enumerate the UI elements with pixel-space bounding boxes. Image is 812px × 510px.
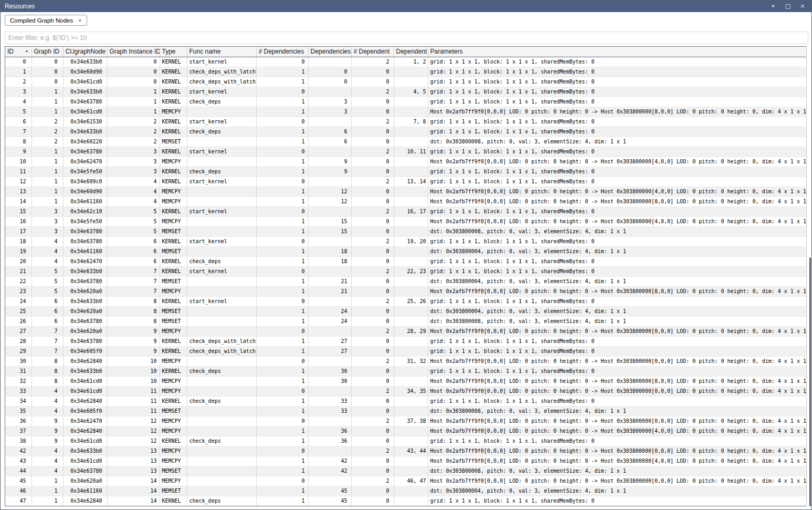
table-row[interactable]: 310x34e633b01KERNELstart_kernel024, 5gri…: [5, 87, 806, 97]
cell-num-dependencies: 0: [256, 386, 308, 396]
table-row[interactable]: 4440x34e6378013MEMSET1420dst: 0x30380000…: [5, 466, 806, 476]
cell-id: 12: [5, 176, 31, 186]
cell-cugraphnode: 0x34e62840: [63, 396, 107, 406]
table-row[interactable]: 2870x34e637809KERNELcheck_deps_with_latc…: [5, 336, 806, 346]
column-header-func-name[interactable]: Func name: [187, 47, 256, 57]
column-header-graph-instance-id[interactable]: Graph Instance ID: [107, 47, 160, 57]
cell-cugraphnode: 0x34e633b0: [63, 87, 107, 97]
table-row[interactable]: 1730x34e637805MEMSET1150dst: 0x303800008…: [5, 226, 806, 236]
cell-parameters: grid: 1 x 1 x 1, block: 1 x 1 x 1, share…: [428, 77, 806, 87]
table-row[interactable]: 620x34e615302KERNELstart_kernel027, 8gri…: [5, 117, 806, 127]
table-row[interactable]: 2660x34e637808MEMSET1240dst: 0x303800008…: [5, 316, 806, 326]
cell-id: 36: [5, 416, 31, 426]
table-row[interactable]: 3180x34e633b010KERNELcheck_deps1300grid:…: [5, 366, 806, 376]
table-row[interactable]: 4340x34e61cd013MEMCPY1420Host 0x2afb7ff9…: [5, 456, 806, 466]
cell-num-dependencies: 1: [256, 436, 308, 446]
maximize-icon[interactable]: [784, 3, 792, 10]
table-row[interactable]: 4510x34e620a014MEMCPY0246, 47Host 0x2afb…: [5, 476, 806, 486]
cell-id: 4: [5, 97, 31, 107]
table-row[interactable]: 910x34e637803KERNELstart_kernel0210, 11g…: [5, 147, 806, 157]
cell-num-dependencies: 0: [256, 206, 308, 216]
cell-dependent: 34, 35: [394, 386, 428, 396]
table-row[interactable]: 3340x34e61cd011MEMCPY0234, 35Host 0x2afb…: [5, 386, 806, 396]
cell-type: MEMSET: [160, 226, 187, 236]
cell-graph-id: 2: [31, 127, 63, 137]
cell-func-name: check_deps: [187, 166, 256, 176]
undock-icon[interactable]: ▼: [769, 3, 777, 10]
cell-func-name: start_kernel: [187, 296, 256, 306]
column-header-type[interactable]: Type: [160, 47, 187, 57]
cell-graph-instance-id: 3: [107, 147, 160, 157]
cell-parameters: Host 0x2afb7ff9f0[0,0,0] LOD: 0 pitch: 0…: [428, 107, 806, 117]
cell-type: KERNEL: [160, 266, 187, 276]
cell-type: KERNEL: [160, 496, 187, 506]
column-header-num-dependent[interactable]: # Dependent: [351, 47, 394, 57]
cell-graph-instance-id: 10: [107, 376, 160, 386]
table-row[interactable]: 1530x34e62c105KERNELstart_kernel0216, 17…: [5, 206, 806, 216]
column-header-id[interactable]: ID▲: [5, 47, 31, 57]
vertical-scrollbar-thumb[interactable]: [809, 257, 811, 506]
column-header-num-dependencies[interactable]: # Dependencies: [256, 47, 308, 57]
table-row[interactable]: 3280x34e61cd010MEMCPY1300Host 0x2afb7ff9…: [5, 376, 806, 386]
table-row[interactable]: 2250x34e637807MEMSET1210dst: 0x303800004…: [5, 276, 806, 286]
table-row[interactable]: 1210x34e609c04KERNELstart_kernel0213, 14…: [5, 176, 806, 186]
cell-func-name: check_deps_with_latch: [187, 67, 256, 77]
table-row[interactable]: 3690x34e6247012MEMCPY0237, 38Host 0x2afb…: [5, 416, 806, 426]
table-row[interactable]: 1840x34e637806KERNELstart_kernel0219, 20…: [5, 236, 806, 246]
cell-func-name: [187, 406, 256, 416]
cell-graph-instance-id: 8: [107, 316, 160, 326]
column-header-parameters[interactable]: Parameters: [428, 47, 806, 57]
table-row[interactable]: 3790x34e6284012MEMCPY1360Host 0x2afb7ff9…: [5, 426, 806, 436]
cell-num-dependencies: 1: [256, 127, 308, 137]
table-row[interactable]: 1310x34e60d904MEMCPY1120Host 0x2afb7ff9f…: [5, 186, 806, 196]
table-row[interactable]: 1410x34e611604MEMCPY1120Host 0x2afb7ff9f…: [5, 196, 806, 206]
table-row[interactable]: 1940x34e611606MEMSET1180dst: 0x303800004…: [5, 246, 806, 256]
cell-cugraphnode: 0x34e63780: [63, 147, 107, 157]
table-row[interactable]: 2560x34e620a08MEMSET1240dst: 0x303800004…: [5, 306, 806, 316]
table-row[interactable]: 4240x34e633b013MEMCPY0243, 44Host 0x2afb…: [5, 446, 806, 456]
table-row[interactable]: 2460x34e633b08KERNELstart_kernel0225, 26…: [5, 296, 806, 306]
table-row[interactable]: 410x34e637801KERNELcheck_deps130grid: 1 …: [5, 97, 806, 107]
table-row[interactable]: 2040x34e624706KERNELcheck_deps1180grid: …: [5, 256, 806, 266]
table-row[interactable]: 3080x34e6284010MEMCPY0231, 32Host 0x2afb…: [5, 356, 806, 366]
cell-dependencies: [308, 87, 351, 97]
cell-parameters: grid: 1 x 1 x 1, block: 1 x 1 x 1, share…: [428, 496, 806, 506]
cell-id: 25: [5, 306, 31, 316]
filter-input[interactable]: [5, 32, 808, 44]
column-header-cugraphnode[interactable]: CUgraphNode: [63, 47, 107, 57]
column-header-dependent[interactable]: Dependent: [394, 47, 428, 57]
cell-graph-id: 0: [31, 67, 63, 77]
close-icon[interactable]: ✕: [799, 3, 806, 10]
table-row[interactable]: 1630x34e5fe505MEMCPY1150Host 0x2afb7ff9f…: [5, 216, 806, 226]
table-row[interactable]: 720x34e633b02KERNELcheck_deps160grid: 1 …: [5, 127, 806, 137]
column-header-graph-id[interactable]: Graph ID: [31, 47, 63, 57]
table-row[interactable]: 820x34e602202MEMSET160dst: 0x303800008, …: [5, 137, 806, 147]
view-selector-dropdown[interactable]: Compiled Graph Nodes ▼: [5, 15, 87, 26]
column-header-dependencies[interactable]: Dependencies: [308, 47, 351, 57]
cell-num-dependent: 0: [351, 166, 394, 176]
table-row[interactable]: 000x34e633b00KERNELstart_kernel021, 2gri…: [5, 57, 806, 67]
cell-dependent: 16, 17: [394, 206, 428, 216]
table-row[interactable]: 200x34e61cd00KERNELcheck_deps_with_latch…: [5, 77, 806, 87]
table-row[interactable]: 4610x34e6116014MEMSET1450dst: 0x30380000…: [5, 486, 806, 496]
cell-graph-id: 8: [31, 376, 63, 386]
table-row[interactable]: 4710x34e6284014KERNELcheck_deps1450grid:…: [5, 496, 806, 506]
table-row[interactable]: 2770x34e620a09MEMCPY0228, 29Host 0x2afb7…: [5, 326, 806, 336]
table-row[interactable]: 1010x34e624703MEMCPY190Host 0x2afb7ff9f0…: [5, 157, 806, 166]
table-row[interactable]: 1110x34e5fe503KERNELcheck_deps190grid: 1…: [5, 166, 806, 176]
cell-parameters: Host 0x2afb7ff9f0[0,0,0] LOD: 0 pitch: 0…: [428, 186, 806, 196]
cell-num-dependencies: 1: [256, 216, 308, 226]
cell-cugraphnode: 0x34e62c10: [63, 206, 107, 216]
cell-num-dependent: 0: [351, 406, 394, 416]
table-row[interactable]: 3440x34e6284011KERNELcheck_deps1330grid:…: [5, 396, 806, 406]
table-row[interactable]: 3540x34e605f011MEMSET1330dst: 0x30380000…: [5, 406, 806, 416]
table-row[interactable]: 2970x34e605f09KERNELcheck_deps_with_latc…: [5, 346, 806, 356]
table-row[interactable]: 2150x34e633b07KERNELstart_kernel0222, 23…: [5, 266, 806, 276]
table-row[interactable]: 510x34e61cd01MEMCPY130Host 0x2afb7ff9f0[…: [5, 107, 806, 117]
table-row[interactable]: 100x34e60d900KERNELcheck_deps_with_latch…: [5, 67, 806, 77]
table-row[interactable]: 2350x34e620a07MEMCPY1210Host 0x2afb7ff9f…: [5, 286, 806, 296]
cell-func-name: [187, 246, 256, 256]
cell-num-dependent: 0: [351, 77, 394, 87]
cell-dependencies: [308, 266, 351, 276]
table-row[interactable]: 3890x34e61cd012KERNELcheck_deps1360grid:…: [5, 436, 806, 446]
